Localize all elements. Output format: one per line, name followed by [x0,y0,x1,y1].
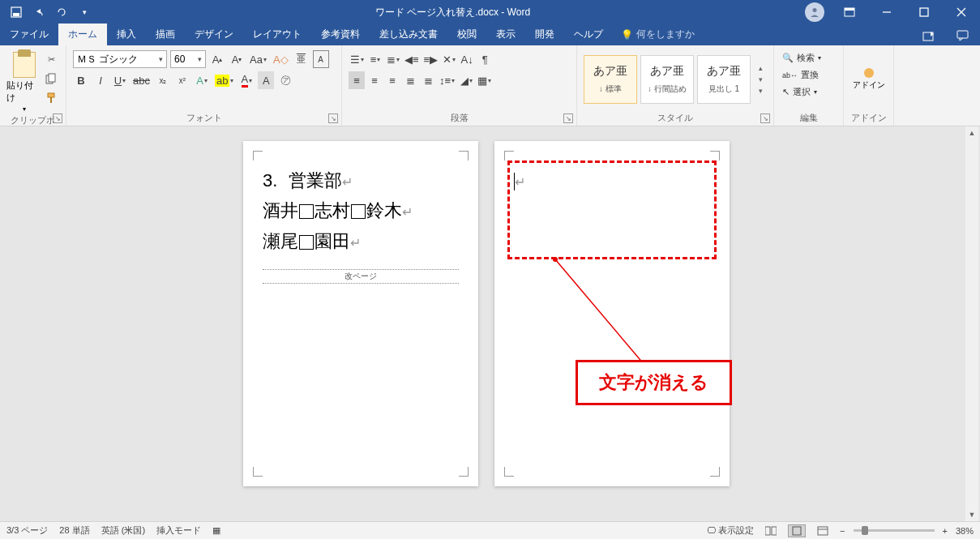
tab-file[interactable]: ファイル [0,24,58,45]
macro-record-icon[interactable]: ▦ [212,525,220,536]
save-icon[interactable] [6,2,26,22]
doc-cursor-line[interactable]: ↵ [514,165,710,195]
document-workspace[interactable]: 3. 営業部↵ 酒井志村鈴木↵ 瀬尾園田↵ 改ページ ↵ 文字が消え [0,126,980,521]
status-words[interactable]: 28 単語 [59,524,89,537]
text-effects-button[interactable]: A▾ [194,71,210,89]
clipboard-launcher[interactable]: ↘ [53,113,62,123]
font-name-combo[interactable]: ＭＳ ゴシック▾ [73,50,167,68]
decrease-indent-button[interactable]: ◀≡ [403,50,421,68]
undo-icon[interactable] [29,2,49,22]
select-button[interactable]: ↖選択▾ [781,84,819,100]
font-size-combo[interactable]: 60▾ [170,50,206,68]
tab-review[interactable]: 校閲 [447,24,486,45]
subscript-button[interactable]: x₂ [155,71,171,89]
tell-me-search[interactable]: 💡 何をしますか [613,24,703,45]
paragraph-launcher[interactable]: ↘ [563,113,573,123]
style-normal[interactable]: あア亜 ↓ 標準 [584,55,637,104]
increase-indent-button[interactable]: ≡▶ [422,50,440,68]
zoom-out-button[interactable]: − [840,526,845,536]
grow-font-button[interactable]: A▴ [209,50,225,68]
styles-more-button[interactable]: ▴▾▾ [754,64,767,95]
sort-button[interactable]: A↓ [459,50,475,68]
tab-home[interactable]: ホーム [58,24,107,45]
status-page[interactable]: 3/3 ページ [6,524,48,537]
maximize-button[interactable] [905,0,943,24]
tab-insert[interactable]: 挿入 [107,24,146,45]
char-shading-button[interactable]: A [258,71,274,89]
vertical-scrollbar[interactable]: ▲ ▼ [965,126,978,521]
addin-button[interactable]: アドイン [853,68,885,91]
document-page-2[interactable]: ↵ [494,141,730,486]
tab-view[interactable]: 表示 [486,24,525,45]
copy-button[interactable] [43,71,59,86]
ribbon-display-icon[interactable] [831,0,868,24]
redo-icon[interactable] [52,2,71,22]
close-button[interactable] [943,0,980,24]
share-button[interactable] [912,26,946,45]
superscript-button[interactable]: x² [174,71,190,89]
shrink-font-button[interactable]: A▾ [229,50,245,68]
distributed-button[interactable]: ≣ [420,71,436,89]
user-account-icon[interactable] [805,2,824,22]
print-layout-button[interactable] [788,524,806,537]
underline-button[interactable]: U▾ [112,71,128,89]
tab-help[interactable]: ヘルプ [564,24,613,45]
tab-developer[interactable]: 開発 [525,24,564,45]
web-layout-button[interactable] [814,524,832,537]
style-heading1[interactable]: あア亜 見出し 1 [697,55,751,104]
justify-button[interactable]: ≣ [402,71,418,89]
align-center-button[interactable]: ≡ [366,71,383,89]
highlight-button[interactable]: ab▾ [213,71,235,89]
align-right-button[interactable]: ≡ [384,71,400,89]
tab-layout[interactable]: レイアウト [243,24,311,45]
bold-button[interactable]: B [73,71,89,89]
read-mode-button[interactable] [762,524,780,537]
strikethrough-button[interactable]: abc [131,71,152,89]
status-language[interactable]: 英語 (米国) [101,524,145,537]
clear-formatting-button[interactable]: A◇ [272,50,290,68]
scroll-down-button[interactable]: ▼ [965,508,978,521]
phonetic-guide-button[interactable]: 亜 [293,50,310,68]
asian-layout-button[interactable]: ✕▾ [441,50,457,68]
enclose-button[interactable]: ㋐ [277,71,293,89]
style-nospacing[interactable]: あア亜 ↓ 行間詰め [640,55,694,104]
change-case-button[interactable]: Aa▾ [248,50,268,68]
scrollbar-track[interactable] [965,139,978,508]
find-button[interactable]: 🔍検索▾ [781,50,823,66]
bullets-button[interactable]: ☰▾ [349,50,366,68]
replace-button[interactable]: ab↔置換 [781,67,820,83]
font-launcher[interactable]: ↘ [328,113,338,123]
paste-button[interactable]: 貼り付け ▾ [6,49,41,113]
multilevel-button[interactable]: ≣▾ [385,50,401,68]
scroll-up-button[interactable]: ▲ [965,126,978,139]
qat-customize-icon[interactable]: ▾ [75,2,94,22]
zoom-level[interactable]: 38% [956,526,974,536]
comments-button[interactable] [946,26,980,45]
tab-design[interactable]: デザイン [185,24,243,45]
doc-line-3[interactable]: 瀬尾園田↵ [263,226,459,256]
tab-draw[interactable]: 描画 [146,24,185,45]
borders-button[interactable]: ▦▾ [476,71,493,89]
zoom-in-button[interactable]: + [943,526,948,536]
tab-references[interactable]: 参考資料 [311,24,370,45]
zoom-slider[interactable] [854,529,935,532]
italic-button[interactable]: I [92,71,109,89]
cut-button[interactable]: ✂ [43,52,59,66]
status-insert-mode[interactable]: 挿入モード [156,524,201,537]
show-marks-button[interactable]: ¶ [477,50,493,68]
doc-line-2[interactable]: 酒井志村鈴木↵ [263,195,459,225]
zoom-slider-thumb[interactable] [862,526,868,535]
numbering-button[interactable]: ≡▾ [367,50,383,68]
line-spacing-button[interactable]: ↕≡▾ [438,71,456,89]
shading-button[interactable]: ◢▾ [458,71,474,89]
tab-mailings[interactable]: 差し込み文書 [370,24,447,45]
format-painter-button[interactable] [43,91,59,105]
display-settings-button[interactable]: 🖵 表示設定 [707,524,754,537]
align-left-button[interactable]: ≡ [349,71,365,89]
enclose-char-button[interactable]: A [313,50,329,68]
doc-line-1[interactable]: 3. 営業部↵ [263,165,459,195]
minimize-button[interactable] [868,0,905,24]
styles-launcher[interactable]: ↘ [760,113,770,123]
document-page-1[interactable]: 3. 営業部↵ 酒井志村鈴木↵ 瀬尾園田↵ 改ページ [243,141,478,486]
font-color-button[interactable]: A▾ [238,71,255,89]
